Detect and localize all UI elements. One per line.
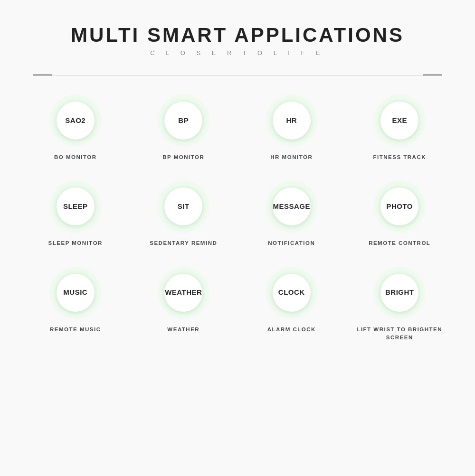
app-circle-message: MESSAGE (273, 187, 311, 225)
app-circle-wrapper-hr: HR (266, 94, 318, 147)
app-circle-wrapper-sao2: SAO2 (49, 94, 102, 147)
app-item-bp[interactable]: BPBP MONITOR (132, 94, 236, 161)
page-title: MULTI SMART APPLICATIONS (71, 24, 404, 47)
app-item-message[interactable]: MESSAGENOTIFICATION (240, 180, 343, 247)
app-label-sit: SEDENTARY REMIND (150, 239, 217, 247)
app-item-bright[interactable]: BRIGHTLIFT WRIST TO BRIGHTEN SCREEN (348, 267, 452, 342)
app-circle-text-sit: SIT (178, 203, 190, 211)
app-circle-clock: CLOCK (273, 274, 311, 312)
app-label-exe: FITNESS TRACK (373, 153, 427, 161)
app-circle-wrapper-bp: BP (157, 94, 209, 147)
app-label-clock: ALARM CLOCK (267, 326, 316, 334)
app-circle-sao2: SAO2 (57, 102, 95, 140)
app-circle-wrapper-exe: EXE (373, 94, 426, 147)
app-item-sleep[interactable]: SLEEPSLEEP MONITOR (24, 180, 127, 247)
app-label-photo: REMOTE CONTROL (369, 239, 430, 247)
divider (33, 75, 442, 75)
app-circle-sleep: SLEEP (57, 187, 95, 225)
app-circle-text-weather: WEATHER (165, 289, 202, 297)
app-label-hr: HR MONITOR (270, 153, 313, 161)
app-item-hr[interactable]: HRHR MONITOR (240, 94, 343, 161)
app-label-sao2: BO MONITOR (54, 153, 97, 161)
app-circle-wrapper-sit: SIT (157, 180, 209, 233)
app-item-clock[interactable]: CLOCKALARM CLOCK (240, 267, 343, 342)
app-item-sao2[interactable]: SAO2BO MONITOR (24, 94, 127, 161)
divider-left-cap (33, 75, 52, 75)
app-label-sleep: SLEEP MONITOR (48, 239, 103, 247)
app-label-weather: WEATHER (167, 326, 200, 334)
app-circle-text-hr: HR (286, 117, 297, 125)
app-circle-text-clock: CLOCK (278, 289, 305, 297)
header: MULTI SMART APPLICATIONS C L O S E R T O… (71, 0, 404, 66)
app-circle-exe: EXE (380, 102, 418, 140)
app-circle-wrapper-clock: CLOCK (266, 267, 318, 319)
app-circle-text-message: MESSAGE (273, 203, 310, 211)
divider-line (52, 75, 423, 75)
app-item-photo[interactable]: PHOTOREMOTE CONTROL (348, 180, 452, 247)
app-circle-wrapper-message: MESSAGE (266, 180, 318, 233)
app-circle-wrapper-weather: WEATHER (157, 267, 209, 319)
app-circle-wrapper-photo: PHOTO (373, 180, 426, 233)
app-label-music: REMOTE MUSIC (50, 326, 101, 334)
app-item-weather[interactable]: WEATHERWEATHER (132, 267, 236, 342)
app-circle-text-bright: BRIGHT (385, 289, 414, 297)
app-circle-text-exe: EXE (392, 117, 407, 125)
apps-grid: SAO2BO MONITORBPBP MONITORHRHR MONITOREX… (24, 80, 451, 361)
app-circle-music: MUSIC (57, 274, 95, 312)
app-circle-wrapper-music: MUSIC (49, 267, 102, 319)
app-circle-bp: BP (164, 102, 202, 140)
app-circle-bright: BRIGHT (380, 274, 418, 312)
app-circle-wrapper-sleep: SLEEP (49, 180, 102, 233)
divider-right-cap (423, 75, 442, 75)
app-item-music[interactable]: MUSICREMOTE MUSIC (24, 267, 127, 342)
app-item-sit[interactable]: SITSEDENTARY REMIND (132, 180, 236, 247)
app-item-exe[interactable]: EXEFITNESS TRACK (348, 94, 452, 161)
app-circle-text-photo: PHOTO (386, 203, 413, 211)
app-circle-hr: HR (273, 102, 311, 140)
app-label-bp: BP MONITOR (162, 153, 204, 161)
app-circle-text-sleep: SLEEP (63, 203, 88, 211)
app-label-message: NOTIFICATION (268, 239, 315, 247)
app-circle-text-music: MUSIC (63, 289, 87, 297)
app-label-bright: LIFT WRIST TO BRIGHTEN SCREEN (348, 326, 452, 342)
app-circle-weather: WEATHER (164, 274, 202, 312)
app-circle-photo: PHOTO (380, 187, 418, 225)
app-circle-sit: SIT (164, 187, 202, 225)
app-circle-text-sao2: SAO2 (65, 117, 86, 125)
app-circle-wrapper-bright: BRIGHT (373, 267, 426, 319)
page-subtitle: C L O S E R T O L I F E (71, 49, 404, 56)
app-circle-text-bp: BP (178, 117, 189, 125)
